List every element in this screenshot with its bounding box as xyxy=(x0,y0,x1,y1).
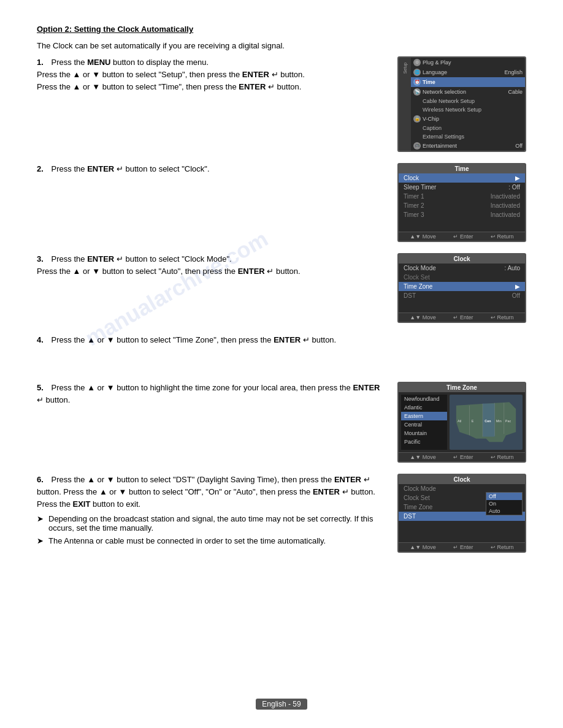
menu-cable-network: Cable Network Setup xyxy=(411,97,525,105)
timezone-body: Newfoundland Atlantic Eastern Central Mo… xyxy=(399,392,525,452)
tz-atlantic: Atlantic xyxy=(401,403,447,412)
note-2-row: ➤ The Antenna or cable must be connected… xyxy=(37,536,385,545)
entertainment-icon: 🎮 xyxy=(413,142,421,150)
note-1-row: ➤ Depending on the broadcast station and… xyxy=(37,514,385,533)
dst-item: DSTOff xyxy=(399,291,525,300)
step-5-row: 5. Press the ▲ or ▼ button to highlight … xyxy=(37,382,526,463)
step-1-left: 1. Press the MENU button to display the … xyxy=(37,56,397,93)
clock-menu-bottom-bar: ▲▼ Move ↵ Enter ↩ Return xyxy=(399,313,525,322)
note-2-arrow: ➤ xyxy=(37,536,44,545)
timezone-list: Newfoundland Atlantic Eastern Central Mo… xyxy=(401,395,447,450)
setup-left-panel: Setup xyxy=(399,58,411,151)
time-icon: ⏰ xyxy=(413,78,421,86)
step-4-row: 4. Press the ▲ or ▼ button to select "Ti… xyxy=(37,334,526,371)
clock-menu-screen: Clock Clock Mode: Auto Clock Set Time Zo… xyxy=(397,253,526,323)
step-1-screen: Setup ⚙ Plug & Play 🌐 Language English ⏰… xyxy=(397,56,526,152)
return-label-3: ↩ Return xyxy=(491,454,514,460)
network-icon: 📡 xyxy=(413,88,421,96)
return-label-4: ↩ Return xyxy=(491,544,514,550)
sleep-timer-item: Sleep Timer: Off xyxy=(399,183,525,192)
map-svg: Atl E Cen Mtn Pac xyxy=(450,395,523,450)
dst-off-option: Off xyxy=(486,493,522,500)
timezone-map: Atl E Cen Mtn Pac xyxy=(450,395,523,450)
dst-dropdown: Off On Auto xyxy=(486,492,523,515)
move-label: ▲▼ Move xyxy=(410,233,435,240)
clock-set-item: Clock Set xyxy=(399,273,525,282)
step-1-row: 1. Press the MENU button to display the … xyxy=(37,56,526,152)
menu-entertainment: 🎮 Entertainment Off xyxy=(411,141,525,151)
menu-plug-play: ⚙ Plug & Play xyxy=(411,58,525,67)
menu-vchip: 🔒 V-Chip xyxy=(411,114,525,124)
step-1-text: 1. Press the MENU button to display the … xyxy=(37,56,385,93)
step-6-row: 6. Press the ▲ or ▼ button to select "DS… xyxy=(37,474,526,572)
setup-main-panel: ⚙ Plug & Play 🌐 Language English ⏰ Time … xyxy=(411,58,525,151)
svg-text:Pac: Pac xyxy=(505,419,511,423)
move-label-3: ▲▼ Move xyxy=(410,454,435,460)
svg-text:Cen: Cen xyxy=(484,419,491,423)
step-4-left: 4. Press the ▲ or ▼ button to select "Ti… xyxy=(37,334,397,346)
step-5-screen: Time Zone Newfoundland Atlantic Eastern … xyxy=(397,382,526,463)
footer-badge: English - 59 xyxy=(256,699,307,710)
tz-newfoundland: Newfoundland xyxy=(401,395,447,403)
time-zone-item: Time Zone▶ xyxy=(399,282,525,291)
time-menu-title: Time xyxy=(399,164,525,173)
note-1-arrow: ➤ xyxy=(37,514,44,523)
svg-text:Atl: Atl xyxy=(458,419,461,423)
step-5-left: 5. Press the ▲ or ▼ button to highlight … xyxy=(37,382,397,406)
timer3-item: Timer 3Inactivated xyxy=(399,210,525,219)
enter-label-2: ↵ Enter xyxy=(453,314,473,320)
plug-play-icon: ⚙ xyxy=(413,59,421,66)
menu-language: 🌐 Language English xyxy=(411,67,525,77)
dst-on-option: On xyxy=(486,500,522,507)
step-1-number: 1. xyxy=(37,56,49,69)
timer1-item: Timer 1Inactivated xyxy=(399,192,525,201)
step-3-row: 3. Press the ENTER ↵ button to select "C… xyxy=(37,253,526,323)
step-2-row: 2. Press the ENTER ↵ button to select "C… xyxy=(37,163,526,242)
step-2-number: 2. xyxy=(37,163,49,175)
return-label: ↩ Return xyxy=(491,233,514,240)
tz-central: Central xyxy=(401,420,447,429)
menu-network: 📡 Network selection Cable xyxy=(411,87,525,97)
timezone-bottom-bar: ▲▼ Move ↵ Enter ↩ Return xyxy=(399,452,525,461)
timer2-item: Timer 2Inactivated xyxy=(399,201,525,210)
timezone-screen: Time Zone Newfoundland Atlantic Eastern … xyxy=(397,382,526,463)
step-3-number: 3. xyxy=(37,253,49,265)
step-2-screen: Time Clock▶ Sleep Timer: Off Timer 1Inac… xyxy=(397,163,526,242)
step-3-screen: Clock Clock Mode: Auto Clock Set Time Zo… xyxy=(397,253,526,323)
dst-dst-item: DST Off On Auto xyxy=(399,512,525,521)
step-5-text: 5. Press the ▲ or ▼ button to highlight … xyxy=(37,382,385,406)
enter-label: ↵ Enter xyxy=(453,233,473,240)
timezone-title: Time Zone xyxy=(399,383,525,392)
step-4-text: 4. Press the ▲ or ▼ button to select "Ti… xyxy=(37,334,385,346)
step-6-screen: Clock Clock Mode Clock Set Time Zone DST… xyxy=(397,474,526,553)
svg-text:Mtn: Mtn xyxy=(496,419,502,423)
note-2-text: The Antenna or cable must be connected i… xyxy=(48,536,326,545)
enter-label-4: ↵ Enter xyxy=(453,544,473,550)
step-3-left: 3. Press the ENTER ↵ button to select "C… xyxy=(37,253,397,278)
return-label-2: ↩ Return xyxy=(491,314,514,320)
step-6-left: 6. Press the ▲ or ▼ button to select "DS… xyxy=(37,474,397,545)
steps-container: 1. Press the MENU button to display the … xyxy=(37,56,526,583)
dst-menu-screen: Clock Clock Mode Clock Set Time Zone DST… xyxy=(397,474,526,553)
clock-mode-item: Clock Mode: Auto xyxy=(399,264,525,273)
step-6-text: 6. Press the ▲ or ▼ button to select "DS… xyxy=(37,474,385,510)
tz-mountain: Mountain xyxy=(401,429,447,438)
dst-auto-option: Auto xyxy=(486,507,522,515)
clock-menu-title: Clock xyxy=(399,254,525,264)
menu-wireless: Wireless Network Setup xyxy=(411,105,525,114)
dst-menu-bottom-bar: ▲▼ Move ↵ Enter ↩ Return xyxy=(399,542,525,552)
move-label-2: ▲▼ Move xyxy=(410,314,435,320)
enter-label-3: ↵ Enter xyxy=(453,454,473,460)
clock-item: Clock▶ xyxy=(399,173,525,183)
menu-time-highlighted: ⏰ Time xyxy=(411,77,525,87)
step-4-number: 4. xyxy=(37,334,49,346)
step-6-number: 6. xyxy=(37,474,49,486)
note-1-text: Depending on the broadcast station and s… xyxy=(48,514,385,533)
svg-text:E: E xyxy=(472,419,474,423)
time-menu-screen: Time Clock▶ Sleep Timer: Off Timer 1Inac… xyxy=(397,163,526,242)
language-icon: 🌐 xyxy=(413,69,421,76)
step-3-text: 3. Press the ENTER ↵ button to select "C… xyxy=(37,253,385,278)
vchip-icon: 🔒 xyxy=(413,115,421,123)
dst-menu-title: Clock xyxy=(399,475,525,484)
menu-external: External Settings xyxy=(411,132,525,141)
